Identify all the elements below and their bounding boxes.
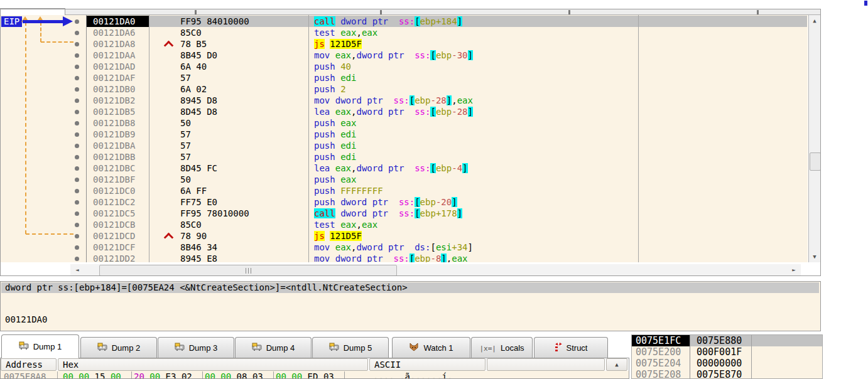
stack-value-cell: 00000000 — [690, 358, 752, 369]
dump-header-address[interactable]: Address — [1, 358, 57, 371]
instruction-cell: lea eax,dword ptr ss:[ebp-28] — [308, 106, 807, 117]
tab-locals[interactable]: |x=|Locals — [471, 337, 533, 358]
breakpoint-dot[interactable] — [75, 132, 79, 137]
bytes-cell: 8945 E8 — [149, 253, 308, 262]
dump-header-extra[interactable] — [487, 358, 605, 371]
dump-scroll-up-button[interactable]: ▲ — [606, 358, 627, 371]
breakpoint-dot[interactable] — [75, 178, 79, 182]
stack-panel[interactable]: 0075E1FC0075E8800075E200000F001F0075E204… — [631, 334, 823, 379]
breakpoint-dot[interactable] — [75, 65, 79, 69]
tab-dump-4[interactable]: Dump 4 — [235, 337, 312, 358]
breakpoint-dot[interactable] — [75, 87, 79, 92]
disasm-row[interactable]: 00121DCF8B46 34mov eax,dword ptr ds:[esi… — [87, 242, 807, 253]
dump-icon — [329, 343, 339, 353]
disasm-row[interactable]: 00121DB06A 02push 2 — [87, 83, 807, 95]
disasm-row[interactable]: 00121DB58D45 D8lea eax,dword ptr ss:[ebp… — [87, 106, 807, 117]
breakpoint-dot[interactable] — [75, 42, 79, 46]
breakpoint-dot[interactable] — [75, 99, 79, 103]
disasm-row[interactable]: 00121DAD6A 40push 40 — [87, 61, 807, 72]
stack-row[interactable]: 0075E200000F001F — [632, 346, 822, 358]
disasm-row[interactable]: 00121DC06A FFpush FFFFFFFF — [87, 185, 807, 196]
breakpoint-dot[interactable] — [75, 31, 79, 35]
disassembly-rows[interactable]: 00121DA0FF95 84010000call dword ptr ss:[… — [87, 16, 807, 262]
disasm-row[interactable]: 00121DBC8D45 FClea eax,dword ptr ss:[ebp… — [87, 163, 807, 174]
disasm-row[interactable]: 00121DD28945 E8mov dword ptr ss:[ebp-8],… — [87, 253, 807, 262]
breakpoint-dot[interactable] — [75, 234, 79, 238]
vertical-scrollbar-thumb[interactable] — [810, 152, 821, 171]
tab-watch-1[interactable]: Watch 1 — [392, 337, 470, 358]
dump-icon — [175, 343, 185, 353]
breakpoint-dot[interactable] — [75, 166, 79, 171]
breakpoint-dot[interactable] — [75, 76, 79, 80]
scroll-up-arrow-icon[interactable]: ▲ — [809, 16, 820, 26]
breakpoint-dot[interactable] — [75, 257, 79, 261]
scroll-down-arrow-icon[interactable]: ▼ — [809, 252, 820, 262]
address-cell: 00121DB9 — [87, 129, 149, 140]
disassembly-vertical-scrollbar[interactable] — [808, 15, 821, 262]
hex-byte-group[interactable]: 00 00 ED 03 — [274, 371, 345, 379]
stack-row[interactable]: 0075E2080075E870 — [632, 369, 822, 379]
breakpoint-dot[interactable] — [75, 245, 79, 250]
stack-row[interactable]: 0075E20400000000 — [632, 358, 822, 369]
column-grip-icon[interactable] — [568, 10, 570, 14]
breakpoint-dot[interactable] — [75, 211, 79, 216]
hex-byte-group[interactable]: 00 00 15 00 — [61, 371, 132, 379]
breakpoint-dot[interactable] — [75, 200, 79, 205]
address-cell: 00121DAA — [87, 50, 149, 61]
breakpoint-dot[interactable] — [75, 155, 79, 159]
hex-byte-group[interactable]: 20 00 E3 02 — [132, 371, 203, 379]
disasm-row[interactable]: 00121DA878 B5js 121D5F — [87, 38, 807, 50]
breakpoint-dot[interactable] — [75, 223, 79, 227]
scroll-right-arrow-icon[interactable]: ► — [788, 265, 800, 275]
dump-header-hex[interactable]: Hex — [58, 358, 368, 371]
disasm-row[interactable]: 00121DA685C0test eax,eax — [87, 27, 807, 38]
instruction-cell: test eax,eax — [308, 27, 807, 38]
bytes-cell: 6A 02 — [149, 83, 308, 95]
disasm-row[interactable]: 00121DB28945 D8mov dword ptr ss:[ebp-28]… — [87, 95, 807, 106]
breakpoint-dot[interactable] — [75, 144, 79, 148]
tab-dump-1[interactable]: Dump 1 — [1, 334, 79, 358]
dump-header-ascii[interactable]: ASCII — [369, 358, 486, 371]
address-cell: 00121DB8 — [87, 117, 149, 129]
disasm-row[interactable]: 00121DA0FF95 84010000call dword ptr ss:[… — [87, 16, 807, 27]
bytes-cell: FF75 E0 — [149, 196, 308, 208]
column-grip-icon[interactable] — [757, 10, 759, 14]
disasm-row[interactable]: 00121DCB85C0test eax,eax — [87, 219, 807, 230]
breakpoint-dot[interactable] — [75, 53, 79, 58]
stack-row[interactable]: 0075E1FC0075E880 — [632, 335, 822, 346]
disasm-row[interactable]: 00121DC5FF95 78010000call dword ptr ss:[… — [87, 208, 807, 219]
breakpoint-dot[interactable] — [75, 110, 79, 114]
instruction-cell: mov dword ptr ss:[ebp-28],eax — [308, 95, 807, 106]
dump-row-hex[interactable]: 00 00 15 0020 00 E3 0200 00 08 0300 00 E… — [61, 371, 345, 379]
tab-dump-5[interactable]: Dump 5 — [312, 337, 389, 358]
disasm-row[interactable]: 00121DBB57push edi — [87, 151, 807, 163]
column-grip-icon[interactable] — [195, 10, 197, 14]
tab-dump-2[interactable]: Dump 2 — [80, 337, 157, 358]
breakpoint-dot[interactable] — [75, 19, 79, 24]
disasm-row[interactable]: 00121DAA8B45 D0mov eax,dword ptr ss:[ebp… — [87, 50, 807, 61]
hex-byte-group[interactable]: 00 00 08 03 — [203, 371, 274, 379]
tab-dump-3[interactable]: Dump 3 — [158, 337, 234, 358]
bytes-cell: 57 — [149, 140, 308, 151]
instruction-cell: push eax — [308, 174, 807, 185]
address-cell: 00121DC2 — [87, 196, 149, 208]
disasm-row[interactable]: 00121DBF50push eax — [87, 174, 807, 185]
breakpoint-dot[interactable] — [75, 121, 79, 125]
disasm-row[interactable]: 00121DBA57push edi — [87, 140, 807, 151]
disasm-row[interactable]: 00121DB957push edi — [87, 129, 807, 140]
scroll-left-arrow-icon[interactable]: ◄ — [72, 265, 83, 275]
disasm-row[interactable]: 00121DAF57push edi — [87, 72, 807, 83]
address-cell: 00121DC0 — [87, 185, 149, 196]
breakpoint-dot[interactable] — [75, 189, 79, 193]
disasm-row[interactable]: 00121DB850push eax — [87, 117, 807, 129]
dump-row-ascii[interactable]: .... .ã......í. — [373, 371, 452, 379]
dump-icon — [252, 343, 262, 353]
column-grip-icon[interactable] — [380, 10, 382, 14]
disasm-row[interactable]: 00121DCD78 90js 121D5F — [87, 230, 807, 242]
address-cell: 00121DB5 — [87, 106, 149, 117]
horizontal-scrollbar-thumb[interactable] — [99, 265, 397, 276]
bytes-cell: 8B45 D0 — [149, 50, 308, 61]
address-cell: 00121DC5 — [87, 208, 149, 219]
tab-struct[interactable]: Struct — [534, 337, 608, 358]
disasm-row[interactable]: 00121DC2FF75 E0push dword ptr ss:[ebp-20… — [87, 196, 807, 208]
